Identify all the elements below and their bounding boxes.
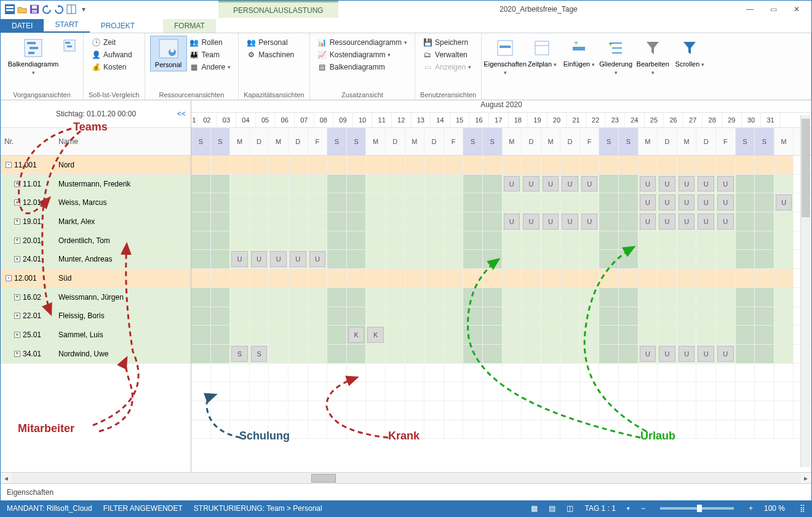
- grid-cell[interactable]: [503, 156, 522, 174]
- grid-cell[interactable]: [191, 401, 211, 420]
- grid-cell[interactable]: [289, 345, 308, 363]
- grid-cell[interactable]: [463, 212, 483, 231]
- grid-cell[interactable]: [483, 269, 503, 287]
- grid-cell[interactable]: U: [230, 250, 250, 268]
- grid-cell[interactable]: U: [658, 175, 677, 193]
- grid-cell[interactable]: [269, 364, 289, 382]
- grid-cell[interactable]: [250, 401, 269, 420]
- day-badge[interactable]: U: [659, 346, 675, 362]
- grid-cell[interactable]: [560, 288, 580, 307]
- grid-cell[interactable]: [483, 345, 503, 363]
- grid-cell[interactable]: [230, 288, 250, 307]
- grid-cell[interactable]: [366, 269, 386, 287]
- grid-cell[interactable]: [444, 307, 464, 326]
- grid-cell[interactable]: [677, 364, 697, 382]
- day-badge[interactable]: U: [640, 194, 656, 210]
- grid-cell[interactable]: [191, 382, 211, 401]
- grid-cell[interactable]: [191, 288, 211, 307]
- grid-cell[interactable]: [191, 175, 211, 193]
- grid-cell[interactable]: [483, 288, 503, 307]
- member-row[interactable]: +20.01Ordentlich, Tom: [1, 231, 191, 250]
- grid-cell[interactable]: [755, 288, 774, 307]
- member-row[interactable]: +22.01Fleissig, Boris: [1, 307, 191, 326]
- grid-cell[interactable]: [483, 231, 503, 250]
- grid-cell[interactable]: [503, 288, 522, 307]
- day-badge[interactable]: U: [717, 194, 734, 210]
- grid-cell[interactable]: [250, 175, 269, 193]
- grid-cell[interactable]: [599, 401, 619, 420]
- grid-cell[interactable]: [736, 156, 755, 174]
- grid-cell[interactable]: [560, 231, 580, 250]
- grid-cell[interactable]: [230, 175, 250, 193]
- grid-cell[interactable]: [289, 231, 308, 250]
- grid-cell[interactable]: [308, 175, 328, 193]
- grid-cell[interactable]: [560, 326, 580, 344]
- grid-cell[interactable]: [696, 231, 716, 250]
- grid-cell[interactable]: [541, 382, 561, 401]
- expand-toggle[interactable]: +: [14, 199, 20, 206]
- kosten-button[interactable]: 💰Kosten: [89, 62, 135, 73]
- grid-cell[interactable]: [308, 364, 328, 382]
- grid-cell[interactable]: [463, 269, 483, 287]
- grid-cell[interactable]: [405, 364, 425, 382]
- grid-cell[interactable]: [250, 269, 269, 287]
- grid-cell[interactable]: [774, 364, 794, 382]
- grid-cell[interactable]: [308, 307, 328, 326]
- back-button[interactable]: <<: [177, 110, 191, 118]
- grid-cell[interactable]: [619, 231, 639, 250]
- grid-cell[interactable]: [405, 156, 425, 174]
- grid-cell[interactable]: [483, 175, 503, 193]
- grid-cell[interactable]: [444, 288, 464, 307]
- day-badge[interactable]: U: [543, 176, 559, 192]
- day-badge[interactable]: U: [698, 346, 714, 362]
- grid-cell[interactable]: [191, 231, 211, 250]
- grid-cell[interactable]: [424, 307, 444, 326]
- tab-start[interactable]: START: [44, 18, 89, 33]
- grid-cell[interactable]: [289, 420, 308, 439]
- grid-cell[interactable]: [230, 401, 250, 420]
- grid-cell[interactable]: S: [250, 345, 269, 363]
- grid-cell[interactable]: [619, 326, 639, 344]
- grid-cell[interactable]: [755, 250, 774, 268]
- grid-cell[interactable]: [327, 250, 347, 268]
- member-row[interactable]: +12.01Weiss, Marcus: [1, 193, 191, 212]
- grid-cell[interactable]: [347, 175, 367, 193]
- grid-cell[interactable]: [211, 231, 231, 250]
- grid-cell[interactable]: [658, 364, 677, 382]
- grid-cell[interactable]: [755, 382, 774, 401]
- grid-cell[interactable]: [463, 382, 483, 401]
- grid-cell[interactable]: [503, 231, 522, 250]
- day-badge[interactable]: U: [698, 176, 714, 192]
- grid-cell[interactable]: [639, 231, 658, 250]
- grid-cell[interactable]: [736, 250, 755, 268]
- grid-cell[interactable]: [677, 382, 697, 401]
- grid-cell[interactable]: [619, 175, 639, 193]
- grid-cell[interactable]: [327, 156, 347, 174]
- expand-toggle[interactable]: +: [14, 351, 20, 357]
- team-button[interactable]: 👪Team: [187, 49, 234, 60]
- grid-cell[interactable]: K: [366, 326, 386, 344]
- grid-cell[interactable]: [599, 250, 619, 268]
- grid-cell[interactable]: [560, 401, 580, 420]
- grid-cell[interactable]: [658, 420, 677, 439]
- grid-cell[interactable]: [327, 288, 347, 307]
- grid-cell[interactable]: [289, 212, 308, 231]
- grid-cell[interactable]: [211, 401, 231, 420]
- grid-cell[interactable]: [755, 326, 774, 344]
- grid-cell[interactable]: [736, 307, 755, 326]
- grid-cell[interactable]: [424, 250, 444, 268]
- grid-cell[interactable]: [755, 345, 774, 363]
- day-badge[interactable]: U: [581, 176, 598, 192]
- grid-cell[interactable]: [774, 326, 794, 344]
- expand-toggle[interactable]: -: [6, 275, 12, 281]
- grid-cell[interactable]: [658, 269, 677, 287]
- grid-cell[interactable]: [522, 345, 541, 363]
- grid-cell[interactable]: [658, 288, 677, 307]
- grid-cell[interactable]: [658, 401, 677, 420]
- save-icon[interactable]: [29, 4, 40, 15]
- grid-cell[interactable]: [347, 420, 367, 439]
- grid-cell[interactable]: [716, 307, 736, 326]
- grid-cell[interactable]: [716, 156, 736, 174]
- grid-cell[interactable]: [463, 345, 483, 363]
- grid-cell[interactable]: [677, 420, 697, 439]
